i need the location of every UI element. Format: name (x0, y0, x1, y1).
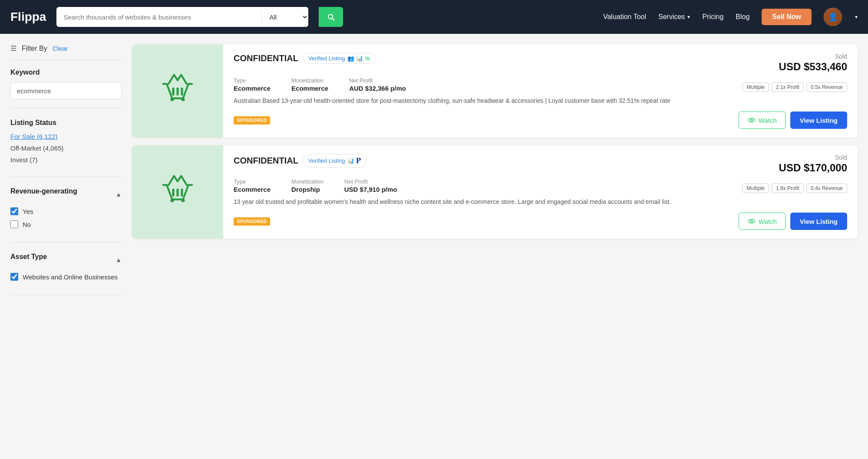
avatar[interactable]: 👤 (824, 8, 842, 26)
type-meta: Type Ecommerce (234, 77, 271, 92)
chart-bar-icon-2: 📊 (347, 157, 354, 164)
svg-rect-9 (181, 188, 183, 196)
basket-icon (156, 69, 199, 113)
sold-label-2: Sold (779, 154, 847, 161)
price-area-2: Sold USD $170,000 (779, 154, 847, 174)
net-profit-meta: Net Profit AUD $32,366 p/mo (349, 77, 406, 92)
listing-content: CONFIDENTIAL Verified Listing 👥 📊 🛍 Sold (223, 44, 858, 138)
net-profit-label: Net Profit (349, 77, 406, 84)
svg-point-6 (751, 119, 753, 121)
asset-websites-row: Websites and Online Businesses (10, 273, 122, 281)
listing-meta: Type Ecommerce Monetization Ecommerce Ne… (234, 77, 406, 92)
svg-point-4 (181, 98, 185, 101)
listing-title-area: CONFIDENTIAL Verified Listing 👥 📊 🛍 (234, 53, 376, 64)
action-buttons-2: Watch View Listing (739, 213, 847, 230)
listing-image (132, 44, 223, 138)
revenue-yes-label: Yes (23, 208, 33, 215)
clear-button[interactable]: Clear (53, 45, 68, 52)
avatar-chevron-icon: ▾ (855, 14, 858, 20)
multiple-label: Multiple (743, 82, 769, 92)
watch-button-2[interactable]: Watch (739, 213, 786, 230)
view-listing-button-2[interactable]: View Listing (790, 213, 847, 230)
monetization-meta-2: Monetization Dropship (291, 178, 323, 193)
header: Flippa All Websites Apps Domains SaaS Va… (0, 0, 868, 34)
multiples-row-2: Multiple 1.8x Profit 0.4x Revenue (743, 184, 847, 193)
search-input[interactable] (56, 13, 262, 21)
confidential-label: CONFIDENTIAL (234, 53, 298, 63)
filter-by-label: Filter By (22, 45, 47, 52)
verified-label: Verified Listing (308, 55, 345, 62)
asset-type-collapse[interactable]: ▲ (116, 256, 122, 263)
monetization-label-2: Monetization (291, 178, 323, 185)
listing-card: CONFIDENTIAL Verified Listing 👥 📊 🛍 Sold (132, 44, 858, 138)
nav-pricing[interactable]: Pricing (702, 13, 723, 21)
nav: Valuation Tool Services ▾ Pricing Blog S… (603, 8, 858, 26)
revenue-generating-collapse[interactable]: ▲ (116, 191, 122, 198)
price: USD $533,460 (779, 61, 847, 72)
meta-multiples-row: Type Ecommerce Monetization Ecommerce Ne… (234, 77, 847, 92)
nav-services[interactable]: Services ▾ (658, 13, 690, 21)
nav-blog[interactable]: Blog (736, 13, 749, 21)
sidebar: ☰ Filter By Clear Keyword Listing Status… (10, 44, 132, 305)
search-bar: All Websites Apps Domains SaaS (56, 7, 308, 27)
listing-status-title: Listing Status (10, 119, 122, 127)
filter-icon: ☰ (10, 44, 17, 52)
multiple-revenue-badge-2: 0.4x Revenue (806, 184, 847, 193)
multiple-profit-badge-2: 1.8x Profit (772, 184, 804, 193)
asset-type-section: Asset Type ▲ Websites and Online Busines… (10, 253, 122, 295)
svg-rect-0 (172, 87, 175, 95)
logo: Flippa (10, 10, 46, 24)
listing-top-row: CONFIDENTIAL Verified Listing 👥 📊 🛍 Sold (234, 53, 847, 73)
keyword-input[interactable] (10, 82, 122, 99)
watch-button[interactable]: Watch (739, 111, 786, 129)
revenue-yes-row: Yes (10, 207, 122, 215)
listing-description: Australian Based 13-year-old health-orie… (234, 96, 847, 105)
net-profit-value: AUD $32,366 p/mo (349, 85, 406, 92)
view-listing-button[interactable]: View Listing (790, 111, 847, 129)
sold-label: Sold (779, 53, 847, 60)
action-buttons: Watch View Listing (739, 111, 847, 129)
net-profit-meta-2: Net Profit USD $7,910 p/mo (344, 178, 397, 193)
confidential-label-2: CONFIDENTIAL (234, 156, 298, 166)
shopify-icon: 🛍 (365, 55, 370, 62)
asset-websites-checkbox[interactable] (10, 273, 18, 281)
chart-bar-icon: 📊 (356, 55, 363, 62)
avatar-image: 👤 (824, 8, 842, 26)
listing-status-section: Listing Status For Sale (6,122) Off-Mark… (10, 119, 122, 177)
status-off-market: Off-Market (4,065) (10, 144, 122, 152)
search-select[interactable]: All Websites Apps Domains SaaS (262, 7, 308, 27)
search-button[interactable] (319, 7, 343, 27)
status-invest: Invest (7) (10, 156, 122, 164)
revenue-generating-header: Revenue-generating ▲ (10, 187, 122, 201)
sponsored-badge: SPONSORED (234, 116, 270, 125)
type-meta-2: Type Ecommerce (234, 178, 271, 193)
listing-description-2: 13 year old trusted and profitable women… (234, 197, 847, 207)
type-value: Ecommerce (234, 85, 271, 92)
svg-rect-7 (172, 188, 175, 196)
verified-badge-2: Verified Listing 📊 𝐏 (303, 154, 367, 167)
listing-content-2: CONFIDENTIAL Verified Listing 📊 𝐏 Sold U… (223, 145, 858, 239)
asset-websites-label: Websites and Online Businesses (23, 273, 118, 281)
nav-valuation-tool[interactable]: Valuation Tool (603, 13, 646, 21)
revenue-generating-title: Revenue-generating (10, 187, 77, 195)
filter-header: ☰ Filter By Clear (10, 44, 122, 60)
svg-point-13 (751, 220, 753, 223)
listing-title-area-2: CONFIDENTIAL Verified Listing 📊 𝐏 (234, 154, 366, 167)
status-for-sale[interactable]: For Sale (6,122) (10, 133, 122, 140)
listing-card: CONFIDENTIAL Verified Listing 📊 𝐏 Sold U… (132, 145, 858, 239)
listings-section: CONFIDENTIAL Verified Listing 👥 📊 🛍 Sold (132, 44, 858, 305)
services-label: Services (658, 13, 685, 21)
sell-now-button[interactable]: Sell Now (762, 9, 812, 25)
revenue-yes-checkbox[interactable] (10, 207, 18, 215)
revenue-no-label: No (23, 221, 31, 228)
verified-icons: 👥 📊 🛍 (347, 55, 370, 62)
verified-label-2: Verified Listing (308, 157, 345, 164)
type-label-2: Type (234, 178, 271, 185)
verified-badge: Verified Listing 👥 📊 🛍 (303, 53, 376, 64)
multiple-profit-badge: 2.1x Profit (772, 82, 804, 92)
monetization-label: Monetization (291, 77, 328, 84)
paypal-icon: 𝐏 (356, 156, 361, 165)
net-profit-label-2: Net Profit (344, 178, 397, 185)
listing-meta-2: Type Ecommerce Monetization Dropship Net… (234, 178, 397, 193)
revenue-no-checkbox[interactable] (10, 220, 18, 228)
